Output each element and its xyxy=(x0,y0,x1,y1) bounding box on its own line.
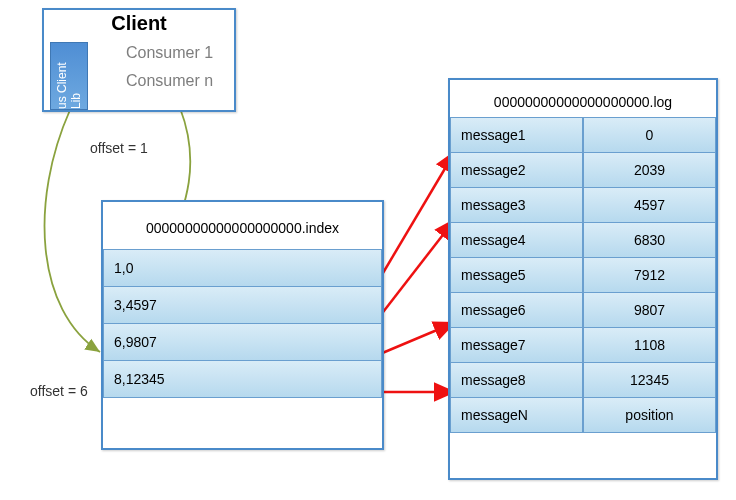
log-file-title: 00000000000000000000.log xyxy=(450,80,716,118)
log-row: messageNposition xyxy=(450,397,716,433)
log-row: message71108 xyxy=(450,327,716,363)
index-row: 1,0 xyxy=(103,249,382,287)
index-file-box: 00000000000000000000.index 1,0 3,4597 6,… xyxy=(101,200,384,450)
client-box: Client us Client Lib Consumer 1 Consumer… xyxy=(42,8,236,112)
offset6-label: offset = 6 xyxy=(30,383,88,399)
log-row: message34597 xyxy=(450,187,716,223)
index-row: 3,4597 xyxy=(103,286,382,324)
log-row: message46830 xyxy=(450,222,716,258)
log-pos: 12345 xyxy=(583,362,716,398)
log-row: message10 xyxy=(450,117,716,153)
consumer-1-label: Consumer 1 xyxy=(126,44,213,62)
log-pos: 0 xyxy=(583,117,716,153)
client-title: Client xyxy=(44,10,234,35)
map-arrow-6-icon xyxy=(380,322,456,354)
client-lib: us Client Lib xyxy=(50,42,88,110)
map-arrow-3-icon xyxy=(380,218,456,316)
log-row: message57912 xyxy=(450,257,716,293)
log-row: message812345 xyxy=(450,362,716,398)
log-msg: message2 xyxy=(450,152,583,188)
log-pos: 2039 xyxy=(583,152,716,188)
index-file-title: 00000000000000000000.index xyxy=(103,202,382,250)
log-pos: 9807 xyxy=(583,292,716,328)
log-msg: message6 xyxy=(450,292,583,328)
log-file-box: 00000000000000000000.log message10 messa… xyxy=(448,78,718,480)
log-msg: message3 xyxy=(450,187,583,223)
log-msg: message8 xyxy=(450,362,583,398)
offset1-label: offset = 1 xyxy=(90,140,148,156)
log-msg: message1 xyxy=(450,117,583,153)
log-row: message22039 xyxy=(450,152,716,188)
log-pos: 7912 xyxy=(583,257,716,293)
index-row: 6,9807 xyxy=(103,323,382,361)
index-row: 8,12345 xyxy=(103,360,382,398)
log-pos: 1108 xyxy=(583,327,716,363)
consumer-n-label: Consumer n xyxy=(126,72,213,90)
log-pos: position xyxy=(583,397,716,433)
log-pos: 4597 xyxy=(583,187,716,223)
log-pos: 6830 xyxy=(583,222,716,258)
log-msg: message5 xyxy=(450,257,583,293)
diagram-stage: Client us Client Lib Consumer 1 Consumer… xyxy=(0,0,736,500)
log-msg: message4 xyxy=(450,222,583,258)
log-row: message69807 xyxy=(450,292,716,328)
log-msg: message7 xyxy=(450,327,583,363)
log-msg: messageN xyxy=(450,397,583,433)
map-arrow-1-icon xyxy=(380,150,456,278)
